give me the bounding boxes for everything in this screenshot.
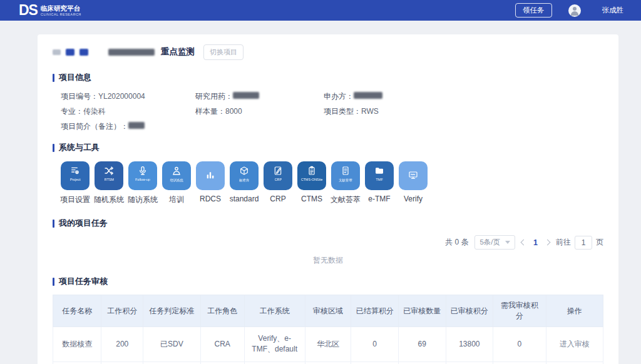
tools-section: 系统与工具 Project 项目设置 RTSM 随 <box>53 142 603 205</box>
redacted-project-badge <box>66 49 74 56</box>
empty-data-text: 暂无数据 <box>53 255 603 266</box>
table-row: 数据核查 200 已SDV CRA Verify、e-TMF、default 华… <box>53 327 603 362</box>
switch-project-button[interactable]: 切换项目 <box>203 44 244 60</box>
monitor-icon <box>408 170 418 180</box>
platform-subtitle: CLINICAL RESEARCH <box>41 13 81 17</box>
tool-randomization-system[interactable]: RTSM 随机系统 <box>95 161 123 205</box>
field-project-summary: 项目简介（备注）： <box>61 121 603 132</box>
app-logo: DS 临床研究平台 CLINICAL RESEARCH <box>19 3 81 18</box>
tool-ctms[interactable]: CTMS-ONSite CTMS <box>297 161 326 205</box>
redacted-value <box>128 122 145 129</box>
goto-label: 前往 <box>556 237 571 248</box>
user-menu[interactable]: 张成胜 <box>568 4 624 17</box>
tool-project-settings[interactable]: Project 项目设置 <box>61 161 90 205</box>
redacted-project-icon <box>53 49 61 55</box>
tool-followup-system[interactable]: Follow-up 随访系统 <box>128 161 157 205</box>
chevron-down-icon <box>505 241 510 244</box>
goto-unit: 页 <box>596 237 603 248</box>
trainee-icon <box>172 166 182 176</box>
task-review-table: 任务名称 工作积分 任务判定标准 工作角色 工作系统 审核区域 已结算积分 已审… <box>53 295 603 364</box>
section-accent-bar <box>53 220 54 228</box>
platform-name: 临床研究平台 <box>41 5 81 12</box>
app-header: DS 临床研究平台 CLINICAL RESEARCH 领任务 张成胜 <box>0 0 641 21</box>
my-tasks-pagination: 共 0 条 5条/页 1 前往 页 <box>53 235 603 250</box>
tool-standard-library[interactable]: 标准库 standard <box>230 161 259 205</box>
prev-page-icon[interactable] <box>521 240 527 246</box>
column-header: 任务名称 <box>53 295 101 327</box>
user-avatar-icon[interactable] <box>568 4 581 17</box>
folder-icon <box>374 166 384 176</box>
field-sponsor: 申办方： <box>324 91 603 102</box>
redacted-value <box>233 92 259 99</box>
project-settings-icon <box>70 166 80 176</box>
column-header: 任务判定标准 <box>143 295 200 327</box>
cube-icon <box>239 166 249 176</box>
tool-crp[interactable]: CRP CRP <box>264 161 292 205</box>
shuffle-icon <box>104 166 114 176</box>
field-study-drug: 研究用药： <box>195 91 324 102</box>
microphone-icon <box>138 166 148 176</box>
page-number[interactable]: 1 <box>532 238 539 247</box>
total-count: 共 0 条 <box>445 237 468 248</box>
redacted-project-name <box>108 49 155 56</box>
username[interactable]: 张成胜 <box>602 6 624 15</box>
tool-rdcs[interactable]: RDCS <box>196 161 225 205</box>
claim-task-button[interactable]: 领任务 <box>515 3 552 18</box>
project-title-row: 重点监测 切换项目 <box>53 44 603 59</box>
tool-training[interactable]: 培训系统 培训 <box>162 161 191 205</box>
column-header: 工作角色 <box>200 295 244 327</box>
enter-review-link[interactable]: 进入审核 <box>560 340 590 348</box>
section-title: 我的项目任务 <box>59 218 108 229</box>
section-title: 项目信息 <box>59 72 91 83</box>
table-header-row: 任务名称 工作积分 任务判定标准 工作角色 工作系统 审核区域 已结算积分 已审… <box>53 295 603 327</box>
redacted-value <box>354 92 382 99</box>
goto-page-input[interactable] <box>575 236 592 250</box>
document-icon <box>341 166 351 176</box>
tool-verify[interactable]: Verify <box>399 161 428 205</box>
column-header: 已结算积分 <box>351 295 399 327</box>
page-size-select[interactable]: 5条/页 <box>474 235 515 250</box>
field-project-type: 项目类型：RWS <box>324 106 603 117</box>
section-title: 项目任务审核 <box>59 276 108 287</box>
my-tasks-section: 我的项目任务 共 0 条 5条/页 1 前往 页 暂无数据 <box>53 218 603 266</box>
column-header: 操作 <box>546 295 603 327</box>
field-specialty: 专业：传染科 <box>61 106 195 117</box>
column-header: 工作系统 <box>244 295 305 327</box>
tool-etmf[interactable]: TMF e-TMF <box>365 161 394 205</box>
column-header: 已审核数量 <box>398 295 446 327</box>
next-page-icon[interactable] <box>545 240 551 246</box>
task-review-section: 项目任务审核 任务名称 工作积分 任务判定标准 工作角色 工作系统 审核区域 已… <box>53 276 603 364</box>
redacted-project-badge <box>79 49 88 56</box>
column-header: 审核区域 <box>305 295 351 327</box>
section-accent-bar <box>53 74 54 82</box>
section-accent-bar <box>53 278 54 286</box>
section-title: 系统与工具 <box>59 142 100 153</box>
logo-mark: DS <box>19 3 38 18</box>
field-project-number: 项目编号：YL202000004 <box>61 91 195 102</box>
tool-tiles: Project 项目设置 RTSM 随机系统 Follo <box>61 161 603 205</box>
column-header: 工作积分 <box>101 295 143 327</box>
project-title: 重点监测 <box>161 46 195 58</box>
section-accent-bar <box>53 144 54 152</box>
table-row: 数据录入 200 已录入 CRC DocShot、Verify、e-TMF、de… <box>53 361 603 364</box>
clipboard-icon <box>307 166 317 176</box>
project-info-section: 项目信息 项目编号：YL202000004 研究用药： 申办方： 专业：传染科 … <box>53 72 603 132</box>
bar-chart-icon <box>205 170 215 180</box>
tool-literature[interactable]: 文献荟萃 文献荟萃 <box>331 161 360 205</box>
column-header: 需我审核积分 <box>493 295 546 327</box>
column-header: 已审核积分 <box>446 295 493 327</box>
project-info-grid: 项目编号：YL202000004 研究用药： 申办方： 专业：传染科 样本量：8… <box>61 91 603 132</box>
main-content-card: 重点监测 切换项目 项目信息 项目编号：YL202000004 研究用药： 申办… <box>38 34 618 364</box>
pen-document-icon <box>273 166 283 176</box>
field-sample-size: 样本量：8000 <box>195 106 324 117</box>
